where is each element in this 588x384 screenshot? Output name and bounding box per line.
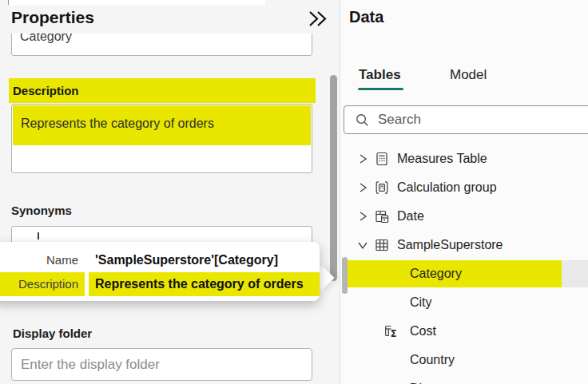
tree-item-label: Category (410, 267, 462, 281)
collapse-pane-button[interactable] (306, 10, 328, 29)
display-folder-input[interactable] (11, 348, 312, 381)
tooltip-description-label: Description (0, 272, 85, 296)
sum-column-icon: Σ (383, 323, 399, 339)
tooltip-name-label: Name (0, 248, 85, 272)
properties-panel-title: Properties (11, 8, 94, 27)
tree-item-city[interactable]: City (340, 288, 588, 317)
description-text: Represents the category of orders (21, 117, 214, 131)
properties-scrollbar-thumb[interactable] (330, 75, 337, 281)
app-root: { "properties_panel": { "title": "Proper… (0, 0, 588, 384)
chevron-down-icon[interactable] (357, 240, 368, 251)
tree-item-label: Date (397, 209, 424, 224)
name-input[interactable]: Category (11, 34, 312, 56)
active-tab-underline (358, 88, 403, 90)
field-tooltip: Name 'SampleSuperstore'[Category] Descri… (0, 242, 320, 301)
calculation-group-icon (374, 180, 390, 196)
double-chevron-right-icon (306, 10, 328, 29)
tree-item-label: Calculation group (397, 180, 497, 195)
data-tree: Measures TableCalculation groupDateSampl… (340, 144, 588, 384)
tree-item-label: SampleSuperstore (397, 238, 503, 252)
tree-item-category[interactable]: Category (340, 259, 588, 288)
tab-model[interactable]: Model (450, 67, 487, 83)
tree-scrollbar-thumb[interactable] (342, 257, 348, 294)
tooltip-name-row: Name 'SampleSuperstore'[Category] (0, 248, 320, 272)
tree-item-label: City (410, 295, 432, 310)
tree-item-country[interactable]: Country (340, 346, 588, 374)
tooltip-description-value: Represents the category of orders (89, 272, 320, 296)
tooltip-name-value: 'SampleSuperstore'[Category] (89, 248, 278, 272)
tree-item-samplesuperstore[interactable]: SampleSuperstore (340, 231, 588, 259)
display-folder-label: Display folder (13, 327, 92, 340)
description-label: Description (13, 78, 79, 103)
tree-item-discount[interactable]: Discount (340, 374, 588, 384)
description-textarea[interactable]: Represents the category of orders (11, 104, 312, 173)
tree-item-cost[interactable]: ΣCost (340, 317, 588, 346)
tree-item-measures-table[interactable]: Measures Table (340, 144, 588, 173)
tree-item-calculation-group[interactable]: Calculation group (340, 173, 588, 202)
table-icon (374, 237, 390, 253)
tree-item-label: Measures Table (397, 152, 487, 166)
tree-item-label: Country (410, 353, 455, 367)
tree-item-date[interactable]: Date (340, 202, 588, 231)
chevron-right-icon[interactable] (357, 182, 368, 193)
chevron-right-icon[interactable] (357, 211, 368, 222)
clipped-element-top (8, 0, 265, 6)
clipped-element-edge (8, 0, 9, 5)
properties-panel: Properties Category Description Represen… (0, 0, 340, 384)
name-field-clipped-region: Category (11, 34, 312, 56)
tooltip-description-row: Description Represents the category of o… (0, 272, 320, 296)
search-box[interactable] (344, 105, 588, 134)
synonyms-label: Synonyms (11, 204, 72, 217)
text-cursor (38, 232, 39, 240)
svg-text:Σ: Σ (391, 328, 397, 339)
description-label-highlight: Description (9, 78, 316, 103)
measures-table-icon (374, 151, 390, 167)
search-icon (355, 113, 370, 128)
date-table-icon (374, 208, 390, 224)
data-panel: Data Tables Model Measures TableCalculat… (340, 0, 588, 384)
search-input[interactable] (378, 112, 588, 128)
data-panel-title: Data (349, 8, 383, 26)
tree-item-label: Cost (410, 324, 436, 338)
tab-tables[interactable]: Tables (359, 67, 401, 83)
chevron-right-icon[interactable] (357, 153, 368, 164)
